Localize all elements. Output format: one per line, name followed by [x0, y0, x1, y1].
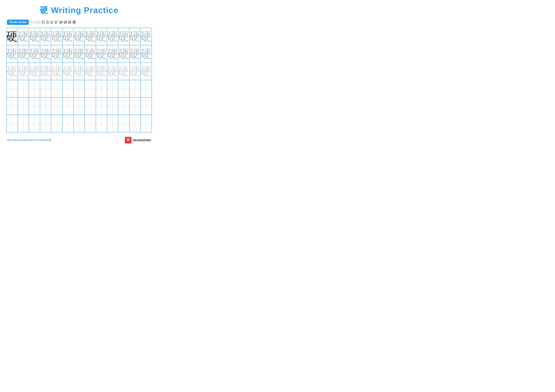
grid-cell-r6-c5[interactable]	[51, 115, 62, 132]
grid-cell-r3-c8[interactable]: 硬	[85, 63, 96, 80]
stroke-step-7: 矿	[50, 20, 54, 25]
grid-cell-r3-c2[interactable]: 硬	[18, 63, 29, 80]
grid-cell-r5-c10[interactable]	[107, 97, 118, 115]
grid-cell-r1-c7[interactable]: 硬	[73, 28, 85, 45]
grid-cell-r1-c3[interactable]: 硬	[29, 28, 40, 45]
grid-cell-r1-c4[interactable]: 硬	[40, 28, 51, 45]
grid-cell-r2-c3[interactable]: 硬	[29, 45, 40, 63]
grid-cell-r6-c11[interactable]	[118, 115, 129, 132]
page-title: 硬 Writing Practice	[6, 5, 152, 16]
grid-cell-r6-c3[interactable]	[29, 115, 40, 132]
grid-cell-r2-c12[interactable]: 硬	[129, 45, 141, 63]
grid-cell-r6-c9[interactable]	[96, 115, 107, 132]
grid-cell-r3-c12[interactable]: 硬	[129, 63, 141, 80]
grid-cell-r6-c6[interactable]	[62, 115, 73, 132]
grid-cell-r6-c1[interactable]	[7, 115, 18, 132]
grid-cell-r6-c8[interactable]	[85, 115, 96, 132]
stroke-step-12: 硬	[73, 20, 76, 25]
grid-cell-r4-c1[interactable]	[7, 80, 18, 97]
grid-cell-r5-c1[interactable]	[7, 97, 18, 115]
grid-cell-r3-c3[interactable]: 硬	[29, 63, 40, 80]
grid-cell-r1-c11[interactable]: 硬	[118, 28, 129, 45]
grid-cell-r4-c11[interactable]	[118, 80, 129, 97]
grid-cell-r2-c9[interactable]: 硬	[96, 45, 107, 63]
stroke-step-5: 石	[41, 20, 45, 25]
stroke-step-1: 一	[30, 20, 34, 25]
grid-cell-r4-c3[interactable]	[29, 80, 40, 97]
grid-cell-r3-c7[interactable]: 硬	[73, 63, 85, 80]
grid-cell-r6-c13[interactable]	[140, 115, 152, 132]
grid-cell-r5-c11[interactable]	[118, 97, 129, 115]
grid-cell-r1-c13[interactable]: 硬	[140, 28, 152, 45]
grid-cell-r1-c6[interactable]: 硬	[62, 28, 73, 45]
grid-cell-r6-c7[interactable]	[73, 115, 85, 132]
grid-cell-r1-c8[interactable]: 硬	[85, 28, 96, 45]
grid-cell-r5-c13[interactable]	[140, 97, 152, 115]
grid-cell-r3-c10[interactable]: 硬	[107, 63, 118, 80]
brand-icon: 字	[125, 137, 131, 143]
footer-url[interactable]: https://www.strokeorder.com/chinese/硬	[7, 139, 51, 142]
practice-grid: 硬 硬 硬 硬 硬 硬 硬 硬 硬 硬 硬 硬 硬 硬 硬 硬 硬 硬 硬 硬 …	[6, 28, 152, 132]
stroke-step-10: 硐	[64, 20, 67, 25]
grid-cell-r5-c7[interactable]	[73, 97, 85, 115]
grid-cell-r5-c5[interactable]	[51, 97, 62, 115]
stroke-step-2: 𠃋	[35, 20, 36, 24]
grid-cell-r5-c6[interactable]	[62, 97, 73, 115]
footer-brand: 字 StrokeOrder	[125, 137, 151, 143]
grid-cell-r3-c6[interactable]: 硬	[62, 63, 73, 80]
grid-cell-r2-c7[interactable]: 硬	[73, 45, 85, 63]
grid-cell-r6-c12[interactable]	[129, 115, 141, 132]
brand-name: StrokeOrder	[133, 138, 151, 142]
grid-cell-r4-c8[interactable]	[85, 80, 96, 97]
grid-cell-r2-c6[interactable]: 硬	[62, 45, 73, 63]
grid-cell-r4-c10[interactable]	[107, 80, 118, 97]
grid-cell-r4-c4[interactable]	[40, 80, 51, 97]
grid-cell-r5-c8[interactable]	[85, 97, 96, 115]
stroke-step-8: 矿	[55, 20, 58, 25]
grid-cell-r5-c4[interactable]	[40, 97, 51, 115]
grid-cell-r2-c4[interactable]: 硬	[40, 45, 51, 63]
stroke-step-11: 硬	[68, 20, 72, 25]
grid-cell-r4-c6[interactable]	[62, 80, 73, 97]
grid-cell-r4-c2[interactable]	[18, 80, 29, 97]
grid-cell-r2-c5[interactable]: 硬	[51, 45, 62, 63]
grid-cell-r4-c5[interactable]	[51, 80, 62, 97]
stroke-steps: 一 𠃋 𠃌 𠂇 石 石 矿 矿 硐 硐 硬 硬	[30, 20, 76, 25]
stroke-order-row: Stroke Order 一 𠃋 𠃌 𠂇 石 石 矿 矿 硐 硐 硬 硬	[6, 20, 152, 25]
grid-cell-r2-c11[interactable]: 硬	[118, 45, 129, 63]
grid-cell-r2-c8[interactable]: 硬	[85, 45, 96, 63]
grid-cell-r3-c9[interactable]: 硬	[96, 63, 107, 80]
grid-cell-r1-c12[interactable]: 硬	[129, 28, 141, 45]
stroke-step-4: 𠂇	[39, 20, 41, 24]
grid-cell-r6-c2[interactable]	[18, 115, 29, 132]
grid-cell-r1-c9[interactable]: 硬	[96, 28, 107, 45]
grid-cell-r3-c4[interactable]: 硬	[40, 63, 51, 80]
grid-cell-r5-c2[interactable]	[18, 97, 29, 115]
grid-cell-r3-c11[interactable]: 硬	[118, 63, 129, 80]
grid-cell-r6-c4[interactable]	[40, 115, 51, 132]
grid-cell-r3-c5[interactable]: 硬	[51, 63, 62, 80]
grid-cell-r1-c5[interactable]: 硬	[51, 28, 62, 45]
grid-cell-r3-c13[interactable]: 硬	[140, 63, 152, 80]
grid-cell-r5-c12[interactable]	[129, 97, 141, 115]
grid-cell-r4-c13[interactable]	[140, 80, 152, 97]
grid-cell-r2-c2[interactable]: 硬	[18, 45, 29, 63]
grid-cell-r2-c10[interactable]: 硬	[107, 45, 118, 63]
grid-cell-r1-c1[interactable]: 硬	[7, 28, 18, 45]
grid-cell-r1-c2[interactable]: 硬	[18, 28, 29, 45]
grid-cell-r4-c9[interactable]	[96, 80, 107, 97]
grid-cell-r3-c1[interactable]: 硬	[7, 63, 18, 80]
stroke-step-3: 𠃌	[37, 20, 38, 24]
grid-cell-r5-c9[interactable]	[96, 97, 107, 115]
stroke-step-6: 石	[46, 20, 49, 25]
grid-cell-r6-c10[interactable]	[107, 115, 118, 132]
grid-cell-r5-c3[interactable]	[29, 97, 40, 115]
grid-cell-r2-c1[interactable]: 硬	[7, 45, 18, 63]
grid-cell-r2-c13[interactable]: 硬	[140, 45, 152, 63]
grid-cell-r4-c7[interactable]	[73, 80, 85, 97]
footer: https://www.strokeorder.com/chinese/硬 字 …	[6, 137, 152, 143]
grid-cell-r4-c12[interactable]	[129, 80, 141, 97]
grid-cell-r1-c10[interactable]: 硬	[107, 28, 118, 45]
stroke-order-badge: Stroke Order	[7, 20, 29, 25]
stroke-step-9: 硐	[59, 20, 63, 25]
